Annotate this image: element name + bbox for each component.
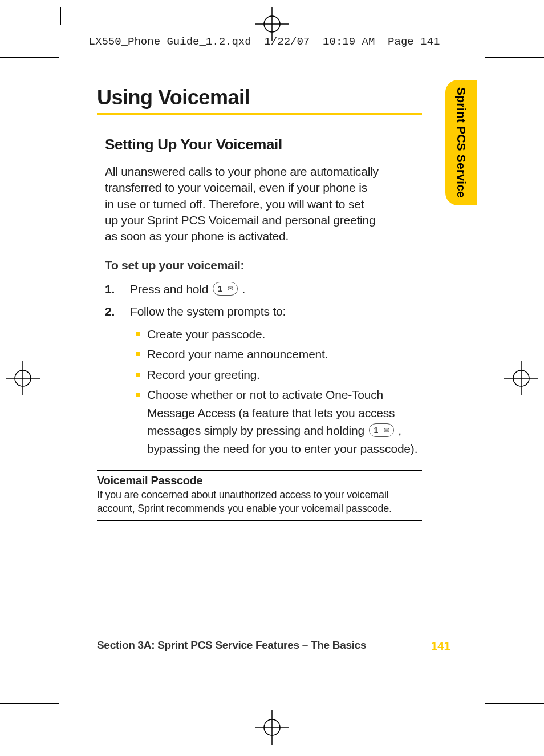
steps-list: Press and hold . Follow the system promp… <box>105 280 422 458</box>
step-2-intro: Follow the system prompts to: <box>130 305 286 318</box>
crop-marks-bottom <box>0 693 544 739</box>
svg-point-9 <box>513 370 529 386</box>
step-2: Follow the system prompts to: Create you… <box>130 302 422 458</box>
section-tab-label: Sprint PCS Service <box>454 87 468 198</box>
page: LX550_Phone Guide_1.2.qxd 1/22/07 10:19 … <box>0 0 544 756</box>
step-1-post: . <box>242 282 246 296</box>
registration-mark-right <box>504 361 538 395</box>
page-footer: Section 3A: Sprint PCS Service Features … <box>97 639 450 653</box>
print-header-text: LX550_Phone Guide_1.2.qxd 1/22/07 10:19 … <box>89 35 440 48</box>
step-1-pre: Press and hold <box>130 282 212 296</box>
section-heading: Setting Up Your Voicemail <box>105 136 422 153</box>
key-1-icon <box>369 423 394 437</box>
registration-mark-bottom <box>255 710 289 745</box>
bullet-passcode: Create your passcode. <box>147 325 422 343</box>
print-header: LX550_Phone Guide_1.2.qxd 1/22/07 10:19 … <box>63 10 481 60</box>
footer-page-number: 141 <box>431 639 450 653</box>
bullet-name-announcement: Record your name announcement. <box>147 345 422 363</box>
step-2-bullets: Create your passcode. Record your name a… <box>130 325 422 458</box>
svg-point-3 <box>264 719 280 735</box>
section-tab: Sprint PCS Service <box>445 80 477 205</box>
note-body: If you are concerned about unauthorized … <box>97 488 422 515</box>
key-1-icon <box>213 282 238 296</box>
note-title: Voicemail Passcode <box>97 474 422 487</box>
content-area: Using Voicemail Setting Up Your Voicemai… <box>97 86 422 521</box>
title-rule <box>97 113 422 115</box>
registration-mark-left <box>6 361 40 395</box>
step-1: Press and hold . <box>130 280 422 298</box>
svg-point-6 <box>15 370 31 386</box>
note-box: Voicemail Passcode If you are concerned … <box>97 470 422 521</box>
page-title: Using Voicemail <box>97 86 422 110</box>
intro-paragraph: All unanswered calls to your phone are a… <box>105 164 379 245</box>
footer-section: Section 3A: Sprint PCS Service Features … <box>97 639 366 651</box>
bullet-one-touch: Choose whether or not to activate One-To… <box>147 386 422 458</box>
bullet-one-touch-pre: Choose whether or not to activate One-To… <box>147 388 395 437</box>
procedure-lead: To set up your voicemail: <box>105 258 422 272</box>
bullet-greeting: Record your greeting. <box>147 366 422 384</box>
